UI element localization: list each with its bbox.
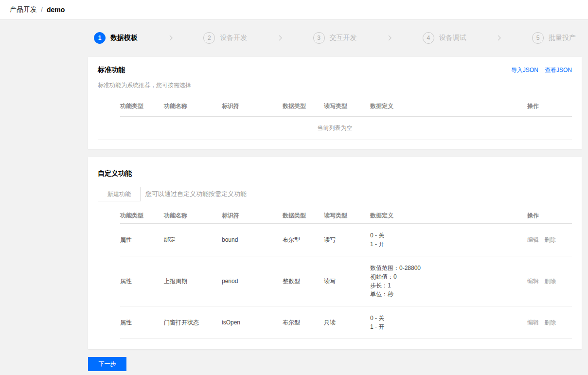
delete-link[interactable]: 删除 (544, 319, 556, 326)
cell-function-type: 属性 (120, 319, 164, 327)
step-label: 数据模板 (110, 34, 138, 42)
step-separator (357, 34, 423, 42)
step-item-device-debug[interactable]: 4 设备调试 (423, 32, 466, 44)
custom-functions-title: 自定义功能 (98, 169, 132, 178)
step-separator (247, 34, 313, 42)
breadcrumb-separator: / (41, 6, 43, 14)
delete-link[interactable]: 删除 (544, 278, 556, 285)
step-separator (138, 34, 203, 42)
standard-table-empty-state: 当前列表为空 (98, 117, 572, 140)
cell-function-name: 门窗打开状态 (164, 319, 222, 327)
step-label: 设备开发 (220, 34, 247, 42)
definition-line: 0 - 关 (370, 231, 527, 240)
table-row-bound: 属性 绑定 bound 布尔型 读写 0 - 关 1 - 开 编辑 删除 (120, 224, 572, 256)
definition-line: 1 - 开 (370, 322, 527, 331)
standard-functions-title: 标准功能 (98, 66, 125, 74)
header-cell-function-type: 功能类型 (120, 212, 164, 220)
cell-function-name: 上报周期 (164, 277, 222, 286)
cell-data-definition: 0 - 关 1 - 开 (370, 231, 527, 249)
chevron-right-icon (386, 34, 393, 42)
edit-link[interactable]: 编辑 (527, 278, 539, 285)
import-json-link[interactable]: 导入JSON (511, 67, 538, 73)
header-cell-data-definition: 数据定义 (370, 212, 527, 220)
chevron-right-icon (276, 34, 284, 42)
standard-functions-card: 标准功能 导入JSON 查看JSON 标准功能为系统推荐，您可按需选择 功能类型… (88, 57, 582, 149)
breadcrumb-current: demo (47, 6, 65, 14)
table-row-period: 属性 上报周期 period 整数型 读写 数值范围：0-28800 初始值：0… (120, 256, 572, 306)
table-row-isopen: 属性 门窗打开状态 isOpen 布尔型 只读 0 - 关 1 - 开 编辑 删… (120, 306, 572, 339)
cell-actions: 编辑 删除 (527, 236, 572, 244)
cell-function-type: 属性 (120, 236, 164, 244)
next-step-button[interactable]: 下一步 (88, 357, 126, 371)
header-cell-data-definition: 数据定义 (370, 102, 527, 110)
chevron-right-icon (167, 34, 175, 42)
breadcrumb-parent[interactable]: 产品开发 (10, 5, 37, 14)
delete-link[interactable]: 删除 (544, 236, 556, 243)
top-bar: 产品开发 / demo (0, 0, 588, 20)
step-number-badge: 3 (313, 32, 325, 44)
standard-table-header: 功能类型 功能名称 标识符 数据类型 读写类型 数据定义 操作 (120, 96, 572, 117)
header-cell-data-type: 数据类型 (283, 212, 324, 220)
cell-identifier: bound (222, 236, 283, 243)
header-cell-data-type: 数据类型 (283, 102, 324, 110)
definition-line: 数值范围：0-28800 (370, 264, 527, 272)
cell-rw-type: 读写 (324, 277, 370, 286)
view-json-link[interactable]: 查看JSON (545, 67, 572, 73)
custom-table-header: 功能类型 功能名称 标识符 数据类型 读写类型 数据定义 操作 (120, 208, 572, 224)
step-item-data-template[interactable]: 1 数据模板 (94, 32, 138, 44)
cell-actions: 编辑 删除 (527, 277, 572, 286)
step-label: 交互开发 (330, 34, 357, 42)
step-item-device-dev[interactable]: 2 设备开发 (203, 32, 247, 44)
standard-functions-subtitle: 标准功能为系统推荐，您可按需选择 (98, 81, 572, 89)
header-cell-function-name: 功能名称 (164, 102, 222, 110)
cell-function-type: 属性 (120, 277, 164, 286)
definition-line: 单位：秒 (370, 290, 527, 299)
step-item-batch-production[interactable]: 5 批量投产 (532, 32, 576, 44)
step-item-interaction-dev[interactable]: 3 交互开发 (313, 32, 357, 44)
header-cell-actions: 操作 (527, 212, 572, 220)
product-dev-stepper: 1 数据模板 2 设备开发 3 交互开发 4 设备调试 5 批量投产 (88, 28, 582, 48)
step-number-badge: 4 (423, 32, 434, 44)
cell-data-type: 整数型 (283, 277, 324, 286)
cell-data-definition: 数值范围：0-28800 初始值：0 步长：1 单位：秒 (370, 264, 527, 299)
cell-data-type: 布尔型 (283, 236, 324, 244)
cell-identifier: period (222, 278, 283, 285)
custom-functions-card: 自定义功能 新建功能 您可以通过自定义功能按需定义功能 功能类型 功能名称 标识… (88, 157, 582, 349)
cell-actions: 编辑 删除 (527, 319, 572, 327)
main-content: 1 数据模板 2 设备开发 3 交互开发 4 设备调试 5 批量投产 (88, 28, 582, 371)
edit-link[interactable]: 编辑 (527, 236, 539, 243)
cell-rw-type: 只读 (324, 319, 370, 327)
definition-line: 初始值：0 (370, 272, 527, 281)
chevron-right-icon (495, 34, 503, 42)
header-cell-function-type: 功能类型 (120, 102, 164, 110)
cell-identifier: isOpen (222, 319, 283, 326)
header-cell-function-name: 功能名称 (164, 212, 222, 220)
step-label: 设备调试 (439, 34, 466, 42)
custom-functions-hint: 您可以通过自定义功能按需定义功能 (145, 190, 247, 198)
cell-data-type: 布尔型 (283, 319, 324, 327)
header-cell-rw-type: 读写类型 (324, 212, 370, 220)
cell-data-definition: 0 - 关 1 - 开 (370, 314, 527, 331)
cell-function-name: 绑定 (164, 236, 222, 244)
definition-line: 1 - 开 (370, 240, 527, 249)
step-label: 批量投产 (549, 34, 576, 42)
step-number-badge: 5 (532, 32, 544, 44)
definition-line: 0 - 关 (370, 314, 527, 322)
step-separator (466, 34, 532, 42)
definition-line: 步长：1 (370, 281, 527, 290)
new-function-button[interactable]: 新建功能 (98, 187, 141, 201)
header-cell-identifier: 标识符 (222, 212, 283, 220)
header-cell-actions: 操作 (527, 102, 572, 110)
edit-link[interactable]: 编辑 (527, 319, 539, 326)
header-cell-rw-type: 读写类型 (324, 102, 370, 110)
step-number-badge: 2 (203, 32, 215, 44)
header-cell-identifier: 标识符 (222, 102, 283, 110)
step-number-badge: 1 (94, 32, 106, 44)
cell-rw-type: 读写 (324, 236, 370, 244)
